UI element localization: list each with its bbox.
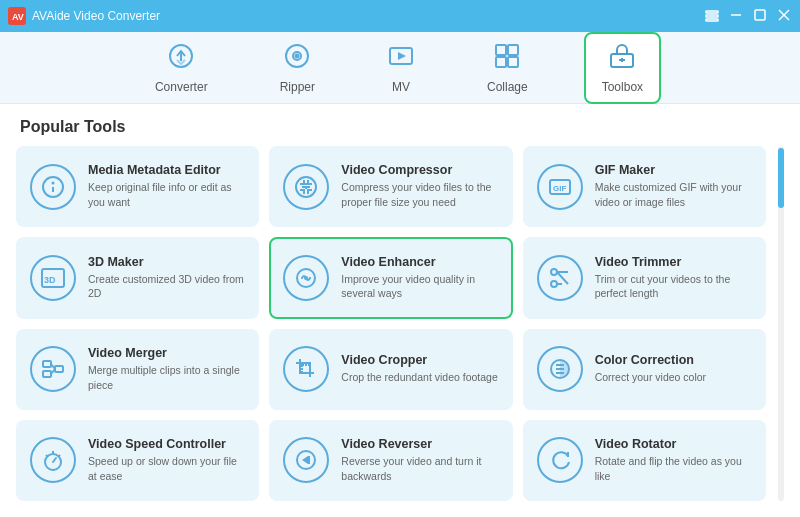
tools-grid-wrapper: Media Metadata Editor Keep original file… — [0, 146, 800, 517]
color-icon — [537, 346, 583, 392]
svg-text:GIF: GIF — [553, 184, 566, 193]
tool-text-color-correction: Color Correction Correct your video colo… — [595, 353, 752, 385]
tool-card-video-speed-controller[interactable]: Video Speed Controller Speed up or slow … — [16, 420, 259, 501]
speed-icon — [30, 437, 76, 483]
svg-point-34 — [551, 269, 557, 275]
tool-card-video-merger[interactable]: Video Merger Merge multiple clips into a… — [16, 329, 259, 410]
tool-card-media-metadata-editor[interactable]: Media Metadata Editor Keep original file… — [16, 146, 259, 227]
scrollbar-track[interactable] — [778, 146, 784, 501]
compress-icon — [283, 164, 329, 210]
svg-marker-50 — [302, 456, 308, 464]
tool-text-video-speed-controller: Video Speed Controller Speed up or slow … — [88, 437, 245, 483]
tool-text-video-enhancer: Video Enhancer Improve your video qualit… — [341, 255, 498, 301]
tool-card-video-rotator[interactable]: Video Rotator Rotate and flip the video … — [523, 420, 766, 501]
settings-icon[interactable] — [704, 8, 720, 24]
svg-point-32 — [304, 276, 308, 280]
rotate-icon — [537, 437, 583, 483]
tool-card-video-reverser[interactable]: Video Reverser Reverse your video and tu… — [269, 420, 512, 501]
nav-label-toolbox: Toolbox — [602, 80, 643, 94]
tool-name-video-cropper: Video Cropper — [341, 353, 498, 367]
nav-bar: Converter Ripper MV — [0, 32, 800, 104]
tool-desc-3d-maker: Create customized 3D video from 2D — [88, 272, 245, 301]
window-controls — [704, 8, 792, 24]
gif-icon: GIF — [537, 164, 583, 210]
nav-label-ripper: Ripper — [280, 80, 315, 94]
close-icon[interactable] — [776, 8, 792, 24]
tool-name-video-trimmer: Video Trimmer — [595, 255, 752, 269]
tool-card-3d-maker[interactable]: 3D 3D Maker Create customized 3D video f… — [16, 237, 259, 318]
tool-desc-gif-maker: Make customized GIF with your video or i… — [595, 180, 752, 209]
tool-text-media-metadata-editor: Media Metadata Editor Keep original file… — [88, 163, 245, 209]
tool-name-video-enhancer: Video Enhancer — [341, 255, 498, 269]
tools-grid: Media Metadata Editor Keep original file… — [16, 146, 766, 501]
nav-item-toolbox[interactable]: Toolbox — [584, 32, 661, 104]
svg-rect-4 — [706, 19, 718, 21]
svg-point-33 — [551, 281, 557, 287]
tool-desc-color-correction: Correct your video color — [595, 370, 752, 385]
tool-card-gif-maker[interactable]: GIF GIF Maker Make customized GIF with y… — [523, 146, 766, 227]
tool-desc-video-rotator: Rotate and flip the video as you like — [595, 454, 752, 483]
tool-name-video-speed-controller: Video Speed Controller — [88, 437, 245, 451]
svg-rect-14 — [496, 45, 506, 55]
tool-text-gif-maker: GIF Maker Make customized GIF with your … — [595, 163, 752, 209]
tool-text-video-reverser: Video Reverser Reverse your video and tu… — [341, 437, 498, 483]
tool-name-video-merger: Video Merger — [88, 346, 245, 360]
tool-name-gif-maker: GIF Maker — [595, 163, 752, 177]
svg-rect-16 — [496, 57, 506, 67]
tool-desc-media-metadata-editor: Keep original file info or edit as you w… — [88, 180, 245, 209]
svg-rect-6 — [755, 10, 765, 20]
reverse-icon — [283, 437, 329, 483]
title-bar: AV AVAide Video Converter — [0, 0, 800, 32]
tool-desc-video-trimmer: Trim or cut your videos to the perfect l… — [595, 272, 752, 301]
tool-name-video-reverser: Video Reverser — [341, 437, 498, 451]
svg-text:AV: AV — [12, 12, 24, 22]
svg-point-12 — [296, 54, 299, 57]
ripper-icon — [283, 42, 311, 76]
tool-desc-video-compressor: Compress your video files to the proper … — [341, 180, 498, 209]
svg-rect-15 — [508, 45, 518, 55]
tool-card-video-cropper[interactable]: Video Cropper Crop the redundant video f… — [269, 329, 512, 410]
tool-desc-video-reverser: Reverse your video and turn it backwards — [341, 454, 498, 483]
tool-text-video-compressor: Video Compressor Compress your video fil… — [341, 163, 498, 209]
crop-icon — [283, 346, 329, 392]
trim-icon — [537, 255, 583, 301]
toolbox-icon — [608, 42, 636, 76]
info-icon — [30, 164, 76, 210]
nav-item-ripper[interactable]: Ripper — [264, 34, 331, 102]
title-bar-left: AV AVAide Video Converter — [8, 7, 160, 25]
mv-icon — [387, 42, 415, 76]
tool-name-color-correction: Color Correction — [595, 353, 752, 367]
maximize-icon[interactable] — [752, 8, 768, 24]
tool-name-video-rotator: Video Rotator — [595, 437, 752, 451]
nav-label-collage: Collage — [487, 80, 528, 94]
tool-text-3d-maker: 3D Maker Create customized 3D video from… — [88, 255, 245, 301]
tool-desc-video-cropper: Crop the redundant video footage — [341, 370, 498, 385]
app-logo: AV — [8, 7, 26, 25]
tool-card-video-trimmer[interactable]: Video Trimmer Trim or cut your videos to… — [523, 237, 766, 318]
nav-item-converter[interactable]: Converter — [139, 34, 224, 102]
nav-item-mv[interactable]: MV — [371, 34, 431, 102]
section-title: Popular Tools — [0, 104, 800, 146]
tool-card-color-correction[interactable]: Color Correction Correct your video colo… — [523, 329, 766, 410]
tool-name-3d-maker: 3D Maker — [88, 255, 245, 269]
app-title: AVAide Video Converter — [32, 9, 160, 23]
main-content: Popular Tools Media Metadata Editor Keep… — [0, 104, 800, 517]
tool-name-media-metadata-editor: Media Metadata Editor — [88, 163, 245, 177]
tool-text-video-merger: Video Merger Merge multiple clips into a… — [88, 346, 245, 392]
enhance-icon — [283, 255, 329, 301]
minimize-icon[interactable] — [728, 8, 744, 24]
merge-icon — [30, 346, 76, 392]
tool-card-video-enhancer[interactable]: Video Enhancer Improve your video qualit… — [269, 237, 512, 318]
svg-text:3D: 3D — [44, 275, 56, 285]
collage-icon — [493, 42, 521, 76]
3d-icon: 3D — [30, 255, 76, 301]
svg-rect-2 — [706, 11, 718, 13]
scrollbar-thumb[interactable] — [778, 148, 784, 208]
svg-rect-43 — [302, 365, 310, 373]
tool-card-video-compressor[interactable]: Video Compressor Compress your video fil… — [269, 146, 512, 227]
nav-item-collage[interactable]: Collage — [471, 34, 544, 102]
tool-text-video-cropper: Video Cropper Crop the redundant video f… — [341, 353, 498, 385]
svg-rect-40 — [55, 366, 63, 372]
tool-text-video-rotator: Video Rotator Rotate and flip the video … — [595, 437, 752, 483]
svg-rect-38 — [43, 361, 51, 367]
